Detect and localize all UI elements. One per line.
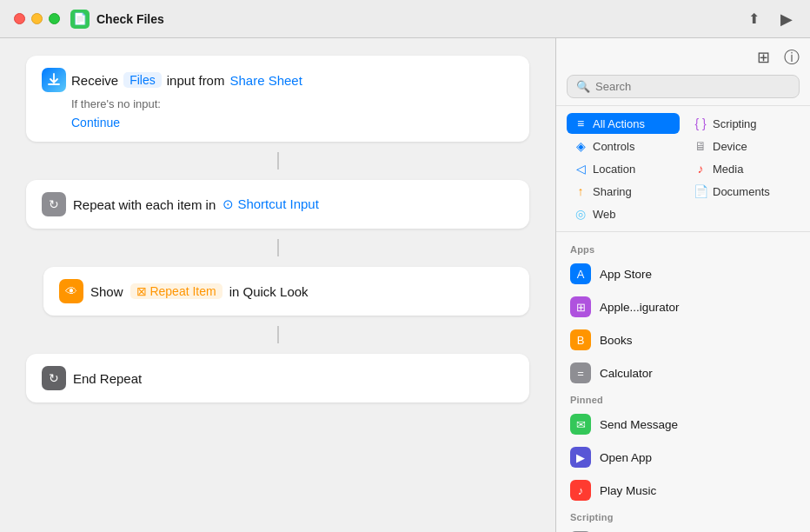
- app-icon: 📄: [70, 10, 90, 29]
- cat-media[interactable]: ♪ Media: [687, 158, 800, 179]
- files-pill[interactable]: Files: [123, 72, 162, 88]
- minimize-button[interactable]: [31, 13, 43, 24]
- show-label-post: in Quick Look: [229, 284, 309, 299]
- traffic-lights: [14, 13, 60, 24]
- shortcut-input-link[interactable]: ⊙ Shortcut Input: [222, 196, 319, 212]
- divider-2: [277, 239, 279, 256]
- show-block: 👁 Show ⊠ Repeat Item in Quick Look: [43, 267, 529, 316]
- share-icon: ⬆: [748, 10, 760, 27]
- action-books[interactable]: B Books: [556, 323, 810, 356]
- end-repeat-icon: ↻: [42, 366, 66, 390]
- search-icon: 🔍: [576, 80, 590, 93]
- device-icon: 🖥: [694, 139, 707, 153]
- receive-block: Receive Files input from Share Sheet If …: [26, 56, 529, 142]
- sharing-icon: ↑: [574, 184, 588, 198]
- search-bar: 🔍: [567, 75, 800, 98]
- app-store-label: App Store: [600, 268, 652, 281]
- action-calculator[interactable]: = Calculator: [556, 356, 810, 389]
- play-icon: ▶: [780, 10, 793, 29]
- titlebar: 📄 Check Files ⬆ ▶: [0, 0, 810, 38]
- cat-scripting[interactable]: { } Scripting: [687, 113, 800, 134]
- action-send-message[interactable]: ✉ Send Message: [556, 408, 810, 441]
- gallery-button[interactable]: ⊞: [757, 47, 770, 68]
- apple-igurator-icon: ⊞: [570, 296, 591, 317]
- documents-icon: 📄: [694, 184, 707, 198]
- app-store-icon: A: [570, 263, 591, 284]
- maximize-button[interactable]: [49, 13, 60, 24]
- cat-location[interactable]: ◁ Location: [567, 158, 680, 179]
- action-apple-igurator[interactable]: ⊞ Apple...igurator: [556, 290, 810, 323]
- gallery-icon: ⊞: [757, 49, 770, 66]
- receive-label: Receive: [71, 73, 118, 88]
- calculator-icon: =: [570, 362, 591, 383]
- cat-web[interactable]: ◎ Web: [567, 203, 680, 224]
- action-list: Apps A App Store ⊞ Apple...igurator B Bo…: [556, 232, 810, 532]
- continue-link[interactable]: Continue: [71, 116, 120, 130]
- right-header: ⊞ ⓘ 🔍: [556, 38, 810, 106]
- cat-web-label: Web: [593, 208, 616, 221]
- cat-controls[interactable]: ◈ Controls: [567, 136, 680, 156]
- apps-section-header: Apps: [556, 239, 810, 257]
- window-title: Check Files: [96, 12, 745, 26]
- cat-media-label: Media: [713, 163, 743, 176]
- cat-scripting-label: Scripting: [713, 117, 757, 130]
- send-message-label: Send Message: [600, 418, 678, 431]
- controls-icon: ◈: [574, 139, 588, 153]
- open-app-label: Open App: [600, 451, 652, 464]
- divider-1: [277, 152, 279, 170]
- cat-all-actions-label: All Actions: [593, 117, 645, 130]
- cat-sharing-label: Sharing: [593, 185, 632, 198]
- repeat-label: Repeat with each item in: [73, 197, 216, 212]
- action-comment[interactable]: ≡ Comment: [556, 525, 810, 532]
- end-repeat-block: ↻ End Repeat: [26, 354, 529, 402]
- share-button[interactable]: ⬆: [745, 7, 763, 30]
- books-icon: B: [570, 329, 591, 350]
- end-repeat-label: End Repeat: [73, 371, 142, 386]
- info-icon: ⓘ: [784, 49, 800, 66]
- play-music-icon: ♪: [570, 480, 591, 501]
- action-app-store[interactable]: A App Store: [556, 257, 810, 290]
- action-open-app[interactable]: ▶ Open App: [556, 441, 810, 474]
- input-from-label: input from: [167, 73, 225, 88]
- calculator-label: Calculator: [600, 367, 653, 380]
- web-icon: ◎: [574, 207, 588, 221]
- workflow-panel: Receive Files input from Share Sheet If …: [0, 38, 556, 532]
- category-tabs: ≡ All Actions { } Scripting ◈ Controls 🖥…: [556, 106, 810, 232]
- titlebar-actions: ⬆ ▶: [745, 6, 796, 32]
- info-button[interactable]: ⓘ: [784, 47, 800, 68]
- all-actions-icon: ≡: [574, 116, 588, 130]
- play-music-label: Play Music: [600, 484, 656, 497]
- cat-all-actions[interactable]: ≡ All Actions: [567, 113, 680, 134]
- close-button[interactable]: [14, 13, 25, 24]
- repeat-icon: ↻: [42, 192, 66, 216]
- repeat-item-pill[interactable]: ⊠ Repeat Item: [130, 283, 222, 299]
- show-label-pre: Show: [90, 284, 123, 299]
- cat-documents-label: Documents: [713, 185, 770, 198]
- open-app-icon: ▶: [570, 447, 591, 468]
- cat-sharing[interactable]: ↑ Sharing: [567, 181, 680, 202]
- right-panel: ⊞ ⓘ 🔍 ≡ All Actions { } Scripting: [556, 38, 810, 532]
- action-play-music[interactable]: ♪ Play Music: [556, 474, 810, 507]
- main-area: Receive Files input from Share Sheet If …: [0, 38, 810, 532]
- receive-icon: [42, 68, 66, 92]
- location-icon: ◁: [574, 162, 588, 176]
- cat-documents[interactable]: 📄 Documents: [687, 181, 800, 202]
- media-icon: ♪: [694, 162, 707, 176]
- no-input-label: If there's no input:: [71, 97, 161, 110]
- show-icon: 👁: [59, 279, 83, 303]
- right-header-top: ⊞ ⓘ: [567, 47, 800, 68]
- books-label: Books: [600, 334, 633, 347]
- scripting-section-header: Scripting: [556, 507, 810, 525]
- pinned-section-header: Pinned: [556, 389, 810, 408]
- scripting-icon: { }: [694, 116, 707, 130]
- play-button[interactable]: ▶: [777, 6, 796, 32]
- cat-controls-label: Controls: [593, 140, 634, 153]
- cat-device-label: Device: [713, 140, 747, 153]
- share-sheet-link[interactable]: Share Sheet: [229, 73, 302, 88]
- cat-device[interactable]: 🖥 Device: [687, 136, 800, 156]
- send-message-icon: ✉: [570, 414, 591, 435]
- repeat-block: ↻ Repeat with each item in ⊙ Shortcut In…: [26, 180, 529, 229]
- search-input[interactable]: [595, 80, 790, 93]
- divider-3: [277, 326, 279, 343]
- apple-igurator-label: Apple...igurator: [600, 301, 680, 314]
